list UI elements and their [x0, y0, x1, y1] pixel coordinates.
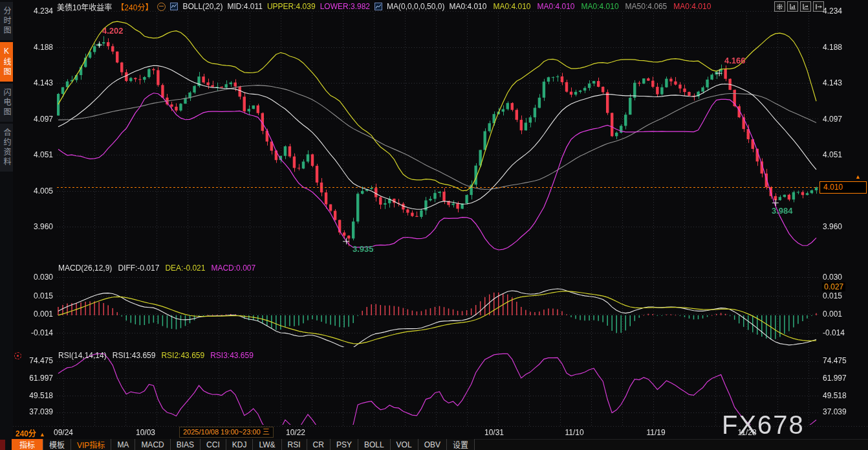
main-axis-tick: 4.188	[19, 43, 53, 52]
macd-axis-tick: -0.014	[19, 328, 53, 337]
toolbar-button[interactable]: PSY	[331, 439, 358, 450]
toolbar-button-label: CCI	[206, 440, 220, 449]
toolbar-button[interactable]: VIP指标	[71, 439, 111, 450]
price-marker-icon[interactable]: ▲	[855, 174, 861, 180]
ma-value: MA0:4.010	[493, 2, 530, 11]
macd-label[interactable]: MACD(26,12,9)	[58, 264, 112, 273]
toolbar-button-label: LW&	[259, 440, 275, 449]
toolbar-button[interactable]: 指标	[12, 439, 43, 450]
ma-value: MA0:4.010	[581, 2, 619, 11]
ma-indicator-icon[interactable]	[374, 3, 382, 10]
rsi-axis-tick: 74.475	[19, 356, 53, 365]
current-price-tag[interactable]: 4.010	[819, 181, 867, 194]
watermark: FX678	[722, 411, 805, 440]
main-axis-tick: 4.005	[19, 186, 53, 196]
toolbar-button[interactable]: BOLL	[358, 439, 391, 450]
period-tag[interactable]: 【240分】	[116, 1, 153, 12]
toolbar-button[interactable]: RSI	[282, 439, 307, 450]
main-axis-tick: 4.143	[823, 78, 862, 87]
toolbar-button-label: 指标	[19, 439, 35, 450]
rsi-axis-tick: 74.475	[823, 356, 862, 365]
window-icon-group	[774, 1, 824, 12]
toolbar-button[interactable]: MACD	[135, 439, 170, 450]
macd-axis-tick: 0.015	[19, 291, 53, 300]
pan-crosshair-icon[interactable]	[774, 1, 785, 12]
sidebar-tab[interactable]: 分时图	[0, 2, 13, 40]
sidebar-tab[interactable]: 闪电图	[0, 84, 13, 122]
rsi-axis-tick: 37.039	[823, 407, 862, 416]
indicator-toolbar: 指标 模板 VIP指标 MA MACD BIAS CCI	[12, 439, 475, 450]
ma-label[interactable]: MA(0,0,0,0,50,0)	[387, 2, 444, 11]
export-icon[interactable]	[813, 1, 824, 12]
toolbar-button-label: PSY	[336, 440, 352, 449]
x-axis-label: 11/10	[565, 428, 583, 437]
x-axis-label: 10/03	[136, 428, 155, 437]
main-axis-tick: 4.188	[823, 43, 862, 52]
macd-axis-tick: 0.015	[823, 291, 862, 300]
main-axis-tick: 4.051	[19, 150, 53, 159]
ma-value: MA50:4.065	[625, 2, 667, 11]
boll-upper: UPPER:4.039	[267, 2, 316, 11]
toolbar-button[interactable]: OBV	[418, 439, 447, 450]
toolbar-button[interactable]: MA	[111, 439, 135, 450]
main-axis-tick: 4.143	[19, 78, 53, 87]
toolbar-button-label: 设置	[453, 439, 468, 450]
toolbar-button[interactable]: 设置	[447, 439, 475, 450]
boll-label[interactable]: BOLL(20,2)	[182, 2, 222, 11]
left-axis-chart-icon[interactable]	[787, 1, 798, 12]
toolbar-button-label: BOLL	[364, 440, 384, 449]
toolbar-button-label: MACD	[141, 440, 164, 449]
toolbar-button-label: RSI	[288, 440, 301, 449]
boll-lower: LOWER:3.982	[320, 2, 370, 11]
cursor-date-tooltip: 2025/10/08 19:00~23:00 三	[179, 427, 274, 438]
instrument-title: 美债10年收益率	[57, 1, 112, 12]
low-label-1: 3.935	[353, 244, 374, 254]
toolbar-button[interactable]: 模板	[43, 439, 71, 450]
sidebar-tab[interactable]: K线图	[0, 42, 13, 82]
ma-value: MA0:4.010	[673, 2, 711, 11]
rsi-label[interactable]: RSI(14,14,14)	[58, 351, 107, 360]
macd-axis-tick: 0.001	[19, 309, 53, 319]
sidebar-tab[interactable]: 合约资料	[0, 124, 13, 172]
rsi-axis-tick: 37.039	[19, 407, 53, 416]
toolbar-button[interactable]: VOL	[391, 439, 418, 450]
toolbar-button[interactable]: CR	[307, 439, 331, 450]
main-axis-tick: 4.097	[823, 115, 862, 124]
toolbar-button[interactable]: BIAS	[171, 439, 201, 450]
chart-canvas[interactable]	[0, 0, 868, 450]
alert-icon[interactable]	[14, 352, 21, 359]
toolbar-button[interactable]: CCI	[201, 439, 226, 450]
macd-axis-tick: -0.014	[823, 328, 862, 337]
rsi2-value: RSI2:43.659	[161, 351, 204, 360]
toolbar-button[interactable]: LW&	[253, 439, 281, 450]
rsi-axis-tick: 49.518	[823, 391, 862, 400]
rsi-header: RSI(14,14,14) RSI1:43.659 RSI2:43.659 RS…	[58, 351, 254, 360]
x-axis-label: 10/22	[286, 428, 305, 437]
toolbar-button-label: KDJ	[232, 440, 247, 449]
boll-indicator-icon[interactable]	[170, 3, 178, 10]
ma-values: MA0:4.010MA0:4.010MA0:4.010MA0:4.010MA50…	[449, 2, 711, 11]
macd-header: MACD(26,12,9) DIFF:-0.017 DEA:-0.021 MAC…	[58, 264, 255, 273]
toolbar-button-label: OBV	[424, 440, 440, 449]
toolbar-button-label: VOL	[396, 440, 412, 449]
rsi1-value: RSI1:43.659	[113, 351, 156, 360]
collapse-icon[interactable]	[157, 3, 166, 11]
main-axis-tick: 4.234	[823, 6, 862, 16]
ma-value: MA0:4.010	[449, 2, 486, 11]
main-axis-tick: 4.051	[823, 150, 862, 159]
rsi-axis-tick: 61.997	[823, 374, 862, 383]
x-axis-label: 11/19	[646, 428, 665, 437]
edge-accent	[0, 440, 5, 450]
chart-header: 美债10年收益率 【240分】 BOLL(20,2) MID:4.011 UPP…	[57, 0, 711, 13]
macd-axis-tick: 0.030	[823, 273, 862, 282]
toolbar-button-label: 模板	[49, 439, 65, 450]
macd-axis-tick: 0.001	[823, 309, 862, 319]
right-axis-chart-icon[interactable]	[800, 1, 811, 12]
x-axis-label: 09/24	[54, 428, 73, 437]
period-selector[interactable]: 240分▲	[16, 427, 45, 438]
main-axis-tick: 3.960	[823, 222, 862, 231]
toolbar-button-label: VIP指标	[77, 439, 105, 450]
macd-axis-tick: 0.030	[19, 273, 53, 282]
toolbar-button[interactable]: KDJ	[226, 439, 254, 450]
rsi-axis-tick: 49.518	[19, 391, 53, 400]
